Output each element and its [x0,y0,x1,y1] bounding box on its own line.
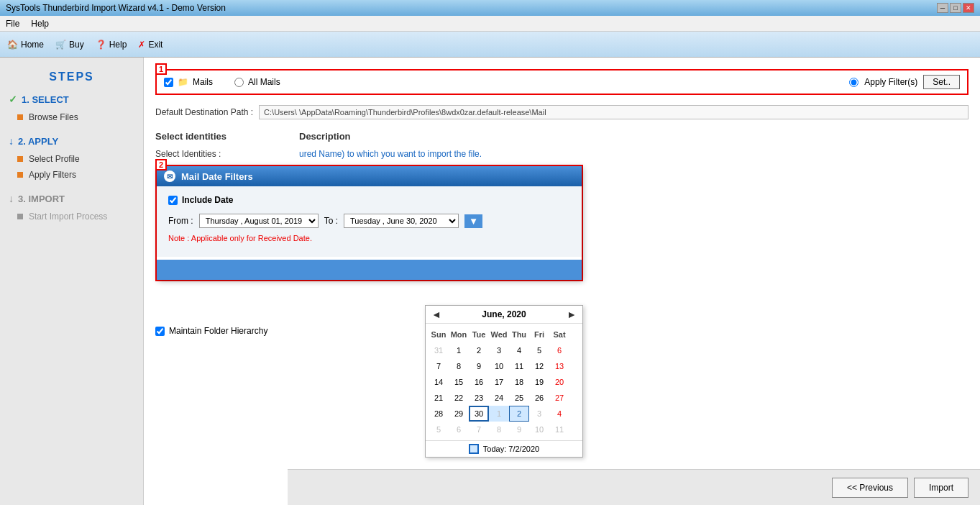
toolbar-buy-label: Buy [69,40,84,50]
cal-header-tue: Tue [469,327,489,342]
cal-cell[interactable]: 26 [529,390,549,406]
cal-cell[interactable]: 7 [429,358,449,374]
all-mails-option: All Mails [234,77,280,87]
toolbar-buy[interactable]: 🛒 Buy [55,40,84,50]
include-date-checkbox[interactable] [168,196,178,205]
menu-help[interactable]: Help [31,19,49,29]
cal-cell[interactable]: 4 [509,342,529,358]
cal-cell[interactable]: 18 [509,374,529,390]
include-date-label: Include Date [182,195,233,205]
today-indicator [469,444,479,454]
sidebar-item-select-profile[interactable]: Select Profile [0,151,143,167]
all-mails-radio[interactable] [234,78,244,87]
maximize-button[interactable]: □ [950,3,961,13]
cal-cell-selected-30[interactable]: 30 [469,406,489,422]
calendar-prev-btn[interactable]: ◄ [431,309,441,320]
cal-cell[interactable]: 15 [449,374,469,390]
cal-cell[interactable]: 17 [489,374,509,390]
sidebar-item-browse-files[interactable]: Browse Files [0,109,143,125]
cal-cell[interactable]: 6 [549,342,569,358]
cal-cell[interactable]: 5 [529,342,549,358]
include-date-row: Include Date [168,195,570,205]
apply-filter-radio[interactable] [849,78,858,87]
sidebar-item-start-import[interactable]: Start Import Process [0,209,143,224]
sidebar-browse-files-label: Browse Files [29,112,78,122]
cal-cell[interactable]: 21 [429,390,449,406]
dialog-icon: ✉ [164,170,175,182]
cal-cell[interactable]: 31 [429,342,449,358]
identities-row: Select identities Description [155,131,968,142]
select-identities-sub-label: Select Identities : [155,149,299,159]
cal-cell[interactable]: 9 [509,422,529,437]
cal-cell[interactable]: 28 [429,406,449,422]
to-date-select[interactable]: Tuesday , June 30, 2020 [344,214,459,228]
cal-cell[interactable]: 5 [429,422,449,437]
cal-cell[interactable]: 27 [549,390,569,406]
cal-cell[interactable]: 8 [449,358,469,374]
cal-cell[interactable]: 13 [549,358,569,374]
cal-cell[interactable]: 20 [549,374,569,390]
cal-cell[interactable]: 8 [489,422,509,437]
menu-file[interactable]: File [6,19,19,29]
import-button[interactable]: Import [914,478,968,498]
cal-cell[interactable]: 7 [469,422,489,437]
cal-cell[interactable]: 1 [449,342,469,358]
minimize-button[interactable]: ─ [937,3,948,13]
from-label: From : [168,216,193,226]
cal-cell[interactable]: 9 [469,358,489,374]
cal-header-sat: Sat [549,327,569,342]
cal-cell[interactable]: 11 [509,358,529,374]
cal-cell[interactable]: 10 [489,358,509,374]
cal-cell[interactable]: 6 [449,422,469,437]
cal-cell[interactable]: 24 [489,390,509,406]
dot-icon [17,114,23,120]
calendar-grid: Sun Mon Tue Wed Thu Fri Sat 31 1 2 3 [426,324,582,440]
set-button[interactable]: Set.. [923,75,960,89]
close-button[interactable]: ✕ [963,3,974,13]
cal-cell[interactable]: 23 [469,390,489,406]
calendar-day-headers: Sun Mon Tue Wed Thu Fri Sat [429,327,580,342]
toolbar-exit[interactable]: ✗ Exit [138,40,162,50]
cal-cell[interactable]: 10 [529,422,549,437]
select-identities-label-row: Select Identities : ured Name) to which … [155,149,968,159]
calendar-next-btn[interactable]: ► [567,309,577,320]
cal-cell[interactable]: 3 [489,342,509,358]
cal-cell[interactable]: 1 [489,406,509,422]
cal-cell[interactable]: 3 [529,406,549,422]
cal-cell[interactable]: 25 [509,390,529,406]
cal-cell[interactable]: 22 [449,390,469,406]
calendar-today-row: Today: 7/2/2020 [426,440,582,457]
dialog-title-bar: ✉ Mail Date Filters [157,166,582,186]
help-icon: ❓ [96,40,106,50]
toolbar-home[interactable]: 🏠 Home [7,40,44,50]
apply-filter-section: Apply Filter(s) Set.. [849,75,960,89]
cal-cell[interactable]: 11 [549,422,569,437]
cal-cell[interactable]: 2 [469,342,489,358]
maintain-hierarchy-checkbox[interactable] [155,327,165,336]
badge-1: 1 [155,63,167,75]
cal-cell[interactable]: 14 [429,374,449,390]
toolbar-help[interactable]: ❓ Help [96,40,127,50]
sidebar-item-apply-filters[interactable]: Apply Filters [0,167,143,183]
sidebar-select-profile-label: Select Profile [29,154,80,164]
cal-cell[interactable]: 19 [529,374,549,390]
cal-header-wed: Wed [489,327,509,342]
cal-cell[interactable]: 29 [449,406,469,422]
sidebar-step-select: ✓ 1. SELECT [0,89,143,109]
to-date-dropdown-btn[interactable]: ▼ [464,214,482,228]
mails-checkbox[interactable] [164,78,173,87]
cal-cell-today[interactable]: 2 [509,406,529,422]
cal-cell[interactable]: 4 [549,406,569,422]
cal-week-4: 21 22 23 24 25 26 27 [429,390,580,406]
calendar-month-label: June, 2020 [482,309,526,319]
main-layout: STEPS ✓ 1. SELECT Browse Files ↓ 2. APPL… [0,58,980,505]
title-bar-text: SysTools Thunderbird Import Wizard v4.1 … [6,3,226,13]
cal-cell[interactable]: 16 [469,374,489,390]
dest-path-row: Default Destination Path : C:\Users\ \Ap… [155,105,968,119]
previous-button[interactable]: << Previous [832,478,908,498]
cal-cell[interactable]: 12 [529,358,549,374]
bottom-bar: << Previous Import [288,469,980,505]
cal-week-6: 5 6 7 8 9 10 11 [429,422,580,437]
description-content: ured Name) to which you want to import t… [299,149,482,159]
from-date-select[interactable]: Thursday , August 01, 2019 [199,214,319,228]
